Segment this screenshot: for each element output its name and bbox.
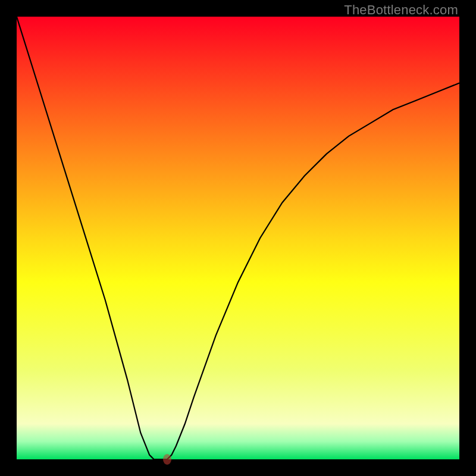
watermark-text: TheBottleneck.com	[344, 2, 458, 18]
curve-svg	[17, 17, 459, 459]
bottleneck-curve	[17, 17, 459, 459]
chart-frame: TheBottleneck.com	[0, 0, 476, 476]
plot-area	[17, 17, 459, 459]
optimum-marker	[163, 454, 171, 465]
